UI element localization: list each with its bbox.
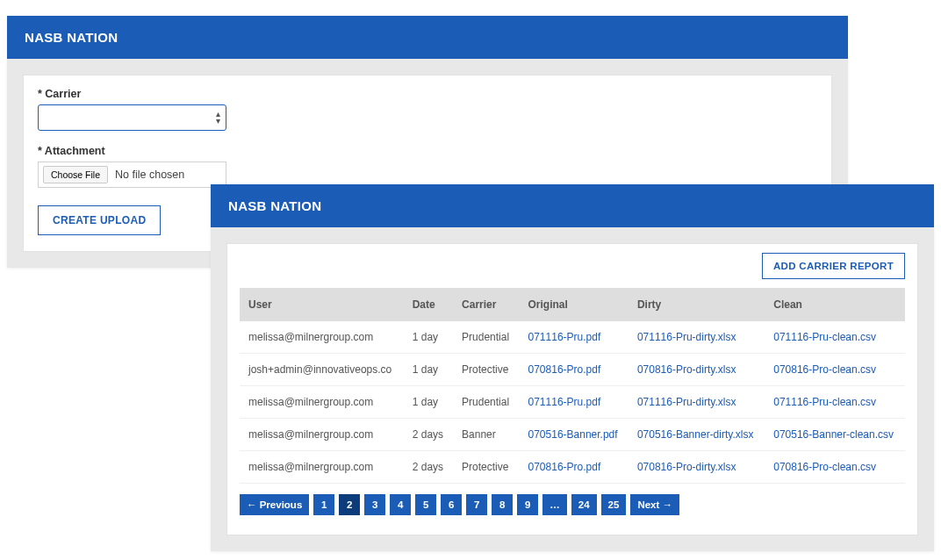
table-row: melissa@milnergroup.com2 daysProtective0… — [240, 451, 905, 484]
cell-original: 071116-Pru.pdf — [520, 386, 629, 419]
link-dirty[interactable]: 071116-Pru-dirty.xlsx — [637, 331, 736, 343]
link-dirty[interactable]: 070516-Banner-dirty.xlsx — [637, 428, 754, 441]
cell-original: 070816-Pro.pdf — [520, 451, 629, 484]
cell-original: 070516-Banner.pdf — [520, 419, 629, 451]
cell-date: 1 day — [404, 321, 453, 354]
cell-user: melissa@milnergroup.com — [240, 419, 404, 451]
choose-file-button[interactable]: Choose File — [43, 166, 108, 183]
link-dirty[interactable]: 070816-Pro-dirty.xlsx — [637, 363, 736, 376]
pagination-page[interactable]: 7 — [466, 494, 487, 515]
cell-carrier: Prudential — [453, 386, 519, 419]
link-clean[interactable]: 070816-Pro-clean.csv — [773, 461, 876, 473]
cell-date: 1 day — [404, 386, 453, 419]
pagination-next[interactable]: Next → — [630, 494, 679, 515]
pagination: ← Previous123456789…2425Next → — [240, 494, 905, 515]
reports-card: ADD CARRIER REPORT User Date Carrier Ori… — [226, 243, 918, 535]
cell-dirty: 071116-Pru-dirty.xlsx — [629, 321, 765, 354]
cell-clean: 070816-Pro-clean.csv — [765, 451, 905, 484]
attachment-file-input[interactable]: Choose File No file chosen — [38, 162, 226, 188]
link-original[interactable]: 071116-Pru.pdf — [528, 331, 601, 343]
link-original[interactable]: 070816-Pro.pdf — [528, 461, 601, 473]
pagination-page[interactable]: 1 — [313, 494, 334, 515]
attachment-label: * Attachment — [38, 145, 817, 157]
add-carrier-report-button[interactable]: ADD CARRIER REPORT — [762, 253, 905, 279]
cell-date: 2 days — [404, 419, 453, 451]
pagination-page: … — [542, 494, 567, 515]
link-clean[interactable]: 071116-Pru-clean.csv — [773, 396, 876, 408]
link-original[interactable]: 071116-Pru.pdf — [528, 396, 601, 408]
cell-carrier: Protective — [453, 451, 519, 484]
create-upload-button[interactable]: CREATE UPLOAD — [38, 205, 161, 235]
col-carrier: Carrier — [453, 288, 519, 321]
pagination-page[interactable]: 8 — [492, 494, 513, 515]
reports-toolbar: ADD CARRIER REPORT — [240, 253, 905, 279]
upload-panel-title: NASB NATION — [7, 16, 848, 59]
table-row: josh+admin@innovativeops.co1 dayProtecti… — [240, 354, 905, 386]
cell-dirty: 070516-Banner-dirty.xlsx — [629, 419, 765, 451]
col-original: Original — [520, 288, 629, 321]
pagination-page[interactable]: 5 — [415, 494, 436, 515]
link-clean[interactable]: 070516-Banner-clean.csv — [773, 428, 894, 441]
cell-carrier: Prudential — [453, 321, 519, 354]
link-dirty[interactable]: 070816-Pro-dirty.xlsx — [637, 461, 736, 473]
link-dirty[interactable]: 071116-Pru-dirty.xlsx — [637, 396, 736, 408]
pagination-page[interactable]: 4 — [390, 494, 411, 515]
cell-date: 1 day — [404, 354, 453, 386]
link-original[interactable]: 070816-Pro.pdf — [528, 363, 601, 376]
cell-carrier: Banner — [453, 419, 519, 451]
cell-dirty: 071116-Pru-dirty.xlsx — [629, 386, 765, 419]
cell-carrier: Protective — [453, 354, 519, 386]
pagination-prev[interactable]: ← Previous — [240, 494, 309, 515]
cell-clean: 071116-Pru-clean.csv — [765, 321, 905, 354]
table-row: melissa@milnergroup.com2 daysBanner07051… — [240, 419, 905, 451]
link-clean[interactable]: 070816-Pro-clean.csv — [773, 363, 876, 376]
no-file-text: No file chosen — [115, 169, 184, 181]
carrier-label: * Carrier — [38, 88, 817, 100]
pagination-page[interactable]: 6 — [441, 494, 462, 515]
cell-clean: 071116-Pru-clean.csv — [765, 386, 905, 419]
pagination-page[interactable]: 2 — [339, 494, 360, 515]
cell-clean: 070516-Banner-clean.csv — [765, 419, 905, 451]
pagination-page[interactable]: 25 — [601, 494, 627, 515]
col-clean: Clean — [765, 288, 905, 321]
cell-original: 070816-Pro.pdf — [520, 354, 629, 386]
link-clean[interactable]: 071116-Pru-clean.csv — [773, 331, 876, 343]
reports-panel: NASB NATION ADD CARRIER REPORT User Date… — [211, 184, 934, 551]
select-caret-icon: ▴▾ — [216, 111, 220, 125]
col-dirty: Dirty — [629, 288, 765, 321]
table-row: melissa@milnergroup.com1 dayPrudential07… — [240, 386, 905, 419]
pagination-page[interactable]: 9 — [517, 494, 538, 515]
col-user: User — [240, 288, 404, 321]
cell-user: melissa@milnergroup.com — [240, 451, 404, 484]
cell-user: melissa@milnergroup.com — [240, 321, 404, 354]
link-original[interactable]: 070516-Banner.pdf — [528, 428, 618, 441]
col-date: Date — [404, 288, 453, 321]
cell-user: melissa@milnergroup.com — [240, 386, 404, 419]
table-header-row: User Date Carrier Original Dirty Clean — [240, 288, 905, 321]
cell-user: josh+admin@innovativeops.co — [240, 354, 404, 386]
carrier-select[interactable]: ▴▾ — [38, 104, 226, 131]
cell-date: 2 days — [404, 451, 453, 484]
cell-dirty: 070816-Pro-dirty.xlsx — [629, 451, 765, 484]
cell-dirty: 070816-Pro-dirty.xlsx — [629, 354, 765, 386]
cell-clean: 070816-Pro-clean.csv — [765, 354, 905, 386]
reports-panel-title: NASB NATION — [211, 184, 934, 227]
pagination-page[interactable]: 3 — [364, 494, 385, 515]
reports-table: User Date Carrier Original Dirty Clean m… — [240, 288, 905, 484]
pagination-page[interactable]: 24 — [571, 494, 597, 515]
cell-original: 071116-Pru.pdf — [520, 321, 629, 354]
table-row: melissa@milnergroup.com1 dayPrudential07… — [240, 321, 905, 354]
reports-panel-body: ADD CARRIER REPORT User Date Carrier Ori… — [211, 227, 934, 551]
